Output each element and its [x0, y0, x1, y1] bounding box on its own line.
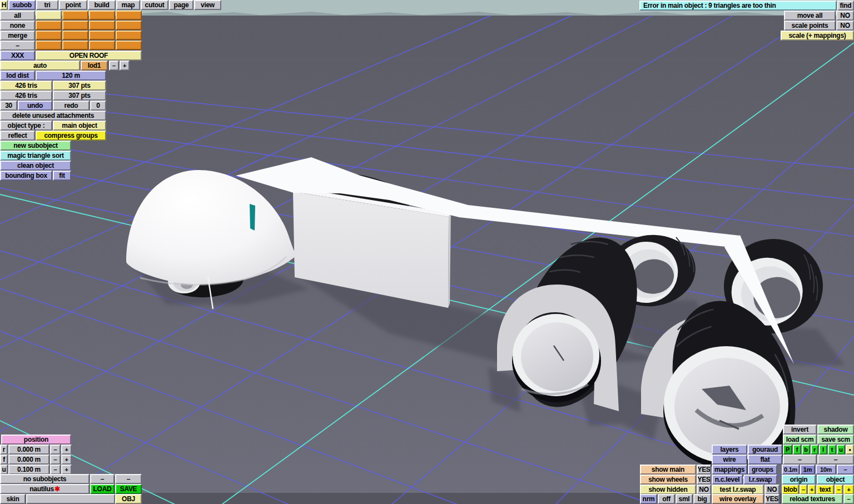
mapping-cell[interactable]	[62, 11, 88, 20]
reload-dash-button[interactable]: –	[843, 494, 854, 504]
mapping-cell[interactable]	[36, 31, 62, 40]
layers-button[interactable]: layers	[712, 445, 747, 455]
grid-10m-button[interactable]: 10m	[816, 465, 836, 475]
mapping-cell[interactable]	[36, 21, 62, 30]
object-button[interactable]: object	[817, 475, 854, 485]
show-main-toggle[interactable]: YES	[697, 465, 711, 475]
reflect-button[interactable]: reflect	[0, 131, 35, 141]
mapping-cell[interactable]	[116, 31, 142, 40]
scale-points-toggle[interactable]: NO	[836, 21, 854, 31]
mapping-cell[interactable]	[89, 31, 115, 40]
clean-object-button[interactable]: clean object	[0, 161, 71, 171]
nrm-off-button[interactable]: off	[658, 494, 675, 504]
mapping-cell[interactable]	[116, 11, 142, 20]
mapping-cell[interactable]	[62, 31, 88, 40]
menu-subob[interactable]: subob	[8, 0, 36, 10]
axis-f-minus[interactable]: –	[50, 455, 61, 465]
mappings-button[interactable]: mappings	[712, 465, 747, 475]
menu-build[interactable]: build	[88, 0, 116, 10]
grid-dash-button[interactable]: –	[837, 465, 854, 475]
dash-button-1[interactable]: –	[783, 455, 817, 465]
lod-minus-button[interactable]: –	[109, 61, 119, 71]
mapping-cell[interactable]	[89, 21, 115, 30]
lr-swap-button[interactable]: l.r.swap	[743, 475, 777, 485]
subobjects-selector[interactable]: no subobjects	[0, 474, 90, 484]
skin-button[interactable]: skin	[0, 494, 26, 504]
reload-textures-button[interactable]: reload textures	[782, 494, 843, 504]
axis-u-value[interactable]: 0.100 m	[8, 465, 49, 475]
invert-button[interactable]: invert	[783, 425, 817, 435]
move-all-toggle[interactable]: NO	[836, 11, 854, 21]
select-all-button[interactable]: all	[0, 11, 35, 21]
mapping-cell[interactable]	[36, 41, 62, 50]
blob-minus-button[interactable]: –	[800, 485, 807, 495]
magic-triangle-sort-button[interactable]: magic triangle sort	[0, 151, 71, 161]
mapping-cell[interactable]	[62, 41, 88, 50]
blob-plus-button[interactable]: +	[808, 485, 816, 495]
viewport-3d[interactable]	[0, 0, 854, 504]
show-wheels-toggle[interactable]: YES	[697, 475, 711, 485]
axis-f-value[interactable]: 0.000 m	[8, 455, 49, 465]
obj-export-button[interactable]: OBJ	[115, 494, 142, 504]
axis-u-minus[interactable]: –	[50, 465, 61, 475]
channel-p-button[interactable]: P	[783, 445, 792, 455]
lod-dist-label[interactable]: lod dist	[0, 71, 35, 81]
menu-h[interactable]: H	[0, 0, 8, 10]
load-scm-button[interactable]: load scm	[783, 435, 817, 445]
move-all-button[interactable]: move all	[784, 11, 836, 21]
mapping-cell[interactable]	[62, 21, 88, 30]
subobject-next-button[interactable]: –	[115, 474, 142, 484]
save-button[interactable]: SAVE	[115, 484, 142, 494]
compress-groups-button[interactable]: compress groups	[36, 131, 106, 141]
shadow-button[interactable]: shadow	[817, 425, 854, 435]
fit-button[interactable]: fit	[53, 171, 71, 181]
merge-button[interactable]: merge	[0, 31, 35, 41]
position-title[interactable]: position	[1, 435, 71, 445]
text-plus-button[interactable]: +	[843, 485, 854, 495]
channel-b-button[interactable]: b	[802, 445, 810, 455]
lod-dist-value[interactable]: 120 m	[36, 71, 106, 81]
wire-overlay-button[interactable]: wire overlay	[712, 494, 764, 504]
channel-f-button[interactable]: f	[793, 445, 801, 455]
select-none-button[interactable]: none	[0, 21, 35, 31]
xxx-button[interactable]: XXX	[0, 51, 35, 61]
teal-marker[interactable]	[250, 204, 255, 231]
wire-button[interactable]: wire	[712, 455, 747, 465]
groups-button[interactable]: groups	[748, 465, 777, 475]
lod-current-button[interactable]: lod1	[81, 61, 108, 71]
scale-points-button[interactable]: scale points	[784, 21, 836, 31]
nrm-button[interactable]: nrm	[640, 494, 657, 504]
menu-cutout[interactable]: cutout	[141, 0, 168, 10]
undo-button[interactable]: undo	[18, 101, 52, 111]
menu-tri[interactable]: tri	[36, 0, 58, 10]
nrm-big-button[interactable]: big	[693, 494, 711, 504]
menu-point[interactable]: point	[59, 0, 87, 10]
redo-button[interactable]: redo	[53, 101, 90, 111]
delete-unused-button[interactable]: delete unused attachments	[0, 111, 106, 121]
lod-auto-button[interactable]: auto	[0, 61, 80, 71]
test-lr-swap-toggle[interactable]: NO	[764, 485, 779, 495]
test-lr-swap-button[interactable]: test l.r.swap	[712, 485, 764, 495]
show-main-button[interactable]: show main	[640, 465, 696, 475]
bounding-box-button[interactable]: bounding box	[0, 171, 52, 181]
channel-u-button[interactable]: u	[837, 445, 845, 455]
load-button[interactable]: LOAD	[90, 484, 115, 494]
save-scm-button[interactable]: save scm	[817, 435, 854, 445]
axis-r-minus[interactable]: –	[50, 445, 61, 455]
lod-plus-button[interactable]: +	[120, 61, 130, 71]
channel-dot-button[interactable]: ●	[846, 445, 854, 455]
nrm-sml-button[interactable]: sml	[676, 494, 693, 504]
file-name-field[interactable]: nautilus✱	[0, 484, 90, 494]
show-wheels-button[interactable]: show wheels	[640, 475, 696, 485]
gouraud-button[interactable]: gouraud	[748, 445, 782, 455]
menu-view[interactable]: view	[194, 0, 221, 10]
mapping-cell[interactable]	[89, 11, 115, 20]
axis-r-value[interactable]: 0.000 m	[8, 445, 49, 455]
flat-button[interactable]: flat	[748, 455, 782, 465]
scale-mappings-button[interactable]: scale (+ mappings)	[781, 31, 854, 41]
wire-overlay-toggle[interactable]: YES	[764, 494, 779, 504]
axis-f-plus[interactable]: +	[61, 455, 72, 465]
mapping-cell[interactable]	[89, 41, 115, 50]
nc-level-button[interactable]: n.c.level	[712, 475, 743, 485]
dash-button[interactable]: –	[0, 41, 35, 51]
